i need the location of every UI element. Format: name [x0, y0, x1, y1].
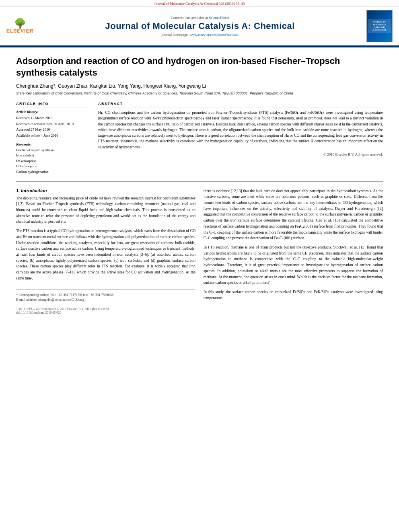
journal-cover-image: JOURNAL OFMOLECULARCATALYSISA: CHEMICAL	[366, 10, 393, 42]
contents-line: Contents lists available at ScienceDirec…	[33, 16, 366, 20]
journal-name: Journal of Molecular Catalysis A: Chemic…	[33, 21, 366, 31]
footnote-area: * Corresponding author. Tel.: +86 351 71…	[16, 290, 195, 303]
abstract-section: ABSTRACT H₂, CO chemisorptions and the c…	[98, 102, 383, 175]
email-label: E-mail address:	[16, 298, 37, 302]
issn-text: 1381-1169/$ – see front matter © 2010 El…	[16, 307, 109, 311]
right-para-1: there is evidence [12,13] that the bulk …	[204, 188, 383, 241]
corresponding-author: * Corresponding author. Tel.: +86 351 71…	[16, 292, 195, 298]
abstract-text: H₂, CO chemisorptions and the carbon hyd…	[98, 110, 383, 150]
email-line: E-mail address: zhangchh@sxicc.ac.cn (C.…	[16, 297, 195, 302]
journal-title-block: Contents lists available at ScienceDirec…	[33, 16, 366, 37]
tree-icon: 🌳	[14, 18, 26, 28]
section-divider	[16, 181, 383, 182]
intro-para-1: The depleting resource and increasing pr…	[16, 195, 195, 225]
email-address: zhangchh@sxicc.ac.cn (C. Zhang).	[38, 298, 86, 302]
authors: Chenghua Zhang*, Guoyan Zhao, Kangkai Li…	[16, 83, 383, 89]
keyword-1: Fischer–Tropsch synthesis	[16, 148, 88, 153]
available-date: Available online 4 June 2010	[16, 133, 88, 138]
body-columns: 1. Introduction The depleting resource a…	[16, 188, 383, 315]
keyword-2: Iron catalyst	[16, 153, 88, 158]
received-date: Received 11 March 2010	[16, 115, 88, 121]
intro-para-2: The FTS reaction is a typical CO hydroge…	[16, 228, 195, 281]
journal-reference-bar: Journal of Molecular Catalysis A: Chemic…	[0, 0, 399, 7]
body-left-col: 1. Introduction The depleting resource a…	[16, 188, 195, 315]
intro-heading: 1. Introduction	[16, 188, 195, 193]
keywords-label: Keywords:	[16, 142, 88, 146]
accepted-date: Accepted 27 May 2010	[16, 127, 88, 132]
footer-bar: 1381-1169/$ – see front matter © 2010 El…	[16, 307, 195, 311]
revised-date: Received in revised form 30 April 2010	[16, 121, 88, 127]
history-label: Article history:	[16, 110, 88, 114]
article-title: Adsorption and reaction of CO and hydrog…	[16, 55, 383, 78]
keywords-section: Keywords: Fischer–Tropsch synthesis Iron…	[16, 142, 88, 175]
journal-homepage: journal homepage: www.elsevier.com/locat…	[33, 33, 366, 37]
abstract-heading: ABSTRACT	[98, 102, 383, 107]
keyword-4: CO adsorption	[16, 164, 88, 169]
sciencedirect-link[interactable]: ScienceDirect	[209, 16, 229, 20]
doi-line: doi:10.1016/j.molcata.2010.05.020	[16, 311, 195, 314]
elsevier-name: ELSEVIER	[6, 28, 33, 34]
article-main: Adsorption and reaction of CO and hydrog…	[0, 47, 399, 322]
elsevier-logo: 🌳 ELSEVIER	[6, 18, 33, 34]
keyword-3: H₂ adsorption	[16, 158, 88, 164]
journal-header: 🌳 ELSEVIER Contents lists available at S…	[0, 7, 399, 46]
journal-ref-text: Journal of Molecular Catalysis A: Chemic…	[154, 2, 245, 6]
keyword-5: Carbon hydrogenation	[16, 169, 88, 175]
cover-inner: JOURNAL OFMOLECULARCATALYSISA: CHEMICAL	[368, 19, 391, 33]
info-abstract-columns: ARTICLE INFO Article history: Received 1…	[16, 102, 383, 175]
right-para-2: In FTS reaction, methane is one of main …	[204, 244, 383, 286]
homepage-url[interactable]: www.elsevier.com/locate/molcata	[189, 33, 238, 37]
affiliation: State Key Laboratory of Coal Conversion,…	[16, 91, 383, 95]
article-info-column: ARTICLE INFO Article history: Received 1…	[16, 102, 88, 175]
right-para-3: In this study, the surface carbon specie…	[204, 289, 383, 301]
copyright-line: © 2010 Elsevier B.V. All rights reserved…	[98, 152, 383, 156]
body-right-col: there is evidence [12,13] that the bulk …	[204, 188, 383, 315]
article-info-heading: ARTICLE INFO	[16, 102, 88, 107]
